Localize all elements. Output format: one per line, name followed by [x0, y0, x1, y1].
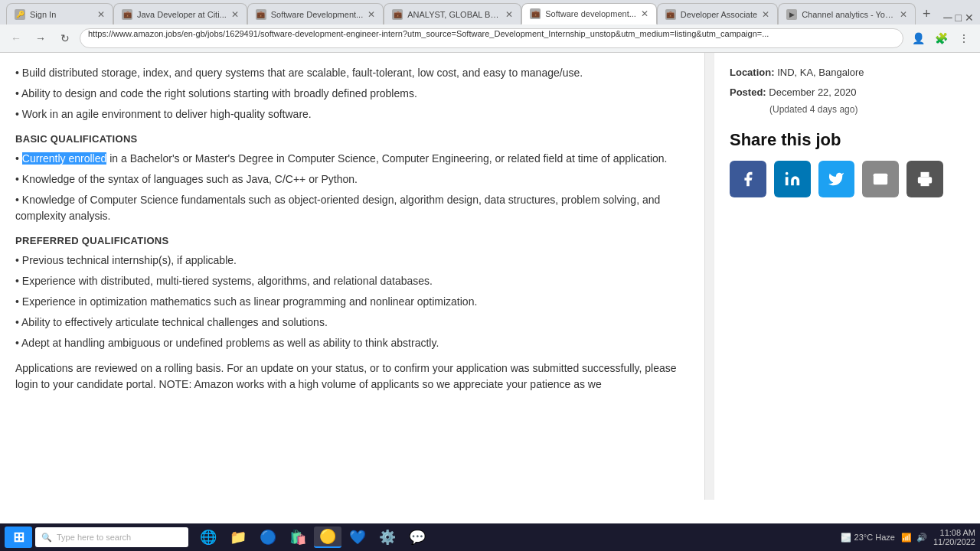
- location-value: IND, KA, Bangalore: [777, 67, 864, 78]
- basic-qualifications-heading: BASIC QUALIFICATIONS: [15, 133, 689, 145]
- list-item: • Experience in optimization mathematics…: [15, 294, 689, 310]
- svg-point-1: [786, 172, 789, 175]
- toolbar-icons: 👤 🧩 ⋮: [908, 28, 974, 48]
- tab-title: Software Development...: [271, 10, 363, 19]
- address-bar[interactable]: https://www.amazon.jobs/en-gb/jobs/16294…: [80, 28, 903, 48]
- tab-favicon: 🔑: [15, 9, 25, 20]
- list-item: • Knowledge of Computer Science fundamen…: [15, 192, 689, 224]
- tab-close-button[interactable]: ✕: [900, 9, 907, 20]
- posted-label: Posted:: [730, 86, 766, 98]
- preferred-qualifications-heading: PREFERRED QUALIFICATIONS: [15, 235, 689, 246]
- browser-tab-software-dev2[interactable]: 💼 Software development... ✕: [521, 3, 657, 24]
- share-print-button[interactable]: [906, 161, 943, 197]
- list-item: • Work in an agile environment to delive…: [15, 106, 689, 122]
- settings-icon[interactable]: ⋮: [954, 28, 974, 48]
- qualification-text-1: in a Bachelor's or Master's Degree in Co…: [106, 152, 667, 165]
- browser-tab-channel-analytics[interactable]: ▶ Channel analytics - You... ✕: [778, 3, 916, 24]
- main-content: • Build distributed storage, index, and …: [0, 53, 704, 500]
- list-item: • Previous technical internship(s), if a…: [15, 253, 689, 269]
- list-item: • Ability to effectively articulate tech…: [15, 315, 689, 331]
- tab-favicon: 💼: [530, 8, 541, 19]
- tab-close-button[interactable]: ✕: [641, 8, 648, 19]
- reload-button[interactable]: ↻: [55, 28, 75, 48]
- tab-title: Java Developer at Citi...: [137, 10, 227, 19]
- minimize-button[interactable]: ─: [943, 11, 952, 24]
- posted-value: December 22, 2020: [769, 86, 856, 98]
- location-info: Location: IND, KA, Bangalore: [730, 65, 943, 80]
- tab-close-button[interactable]: ✕: [505, 9, 513, 20]
- share-twitter-button[interactable]: [818, 161, 855, 197]
- list-item: • Ability to design and code the right s…: [15, 86, 689, 102]
- share-heading: Share this job: [730, 130, 943, 150]
- browser-tab-signin[interactable]: 🔑 Sign In ✕: [6, 3, 113, 24]
- browser-tab-java-dev[interactable]: 💼 Java Developer at Citi... ✕: [113, 3, 247, 24]
- tab-bar: 🔑 Sign In ✕ 💼 Java Developer at Citi... …: [0, 0, 980, 24]
- page-wrapper: • Build distributed storage, index, and …: [0, 53, 980, 500]
- profile-icon[interactable]: 👤: [908, 28, 928, 48]
- extensions-icon[interactable]: 🧩: [931, 28, 951, 48]
- footer-text: Applications are reviewed on a rolling b…: [15, 360, 689, 393]
- back-button[interactable]: ←: [6, 28, 26, 48]
- list-item: • Knowledge of the syntax of languages s…: [15, 171, 689, 187]
- svg-rect-0: [786, 177, 789, 185]
- browser-tab-analyst[interactable]: 💼 ANALYST, GLOBAL BUS... ✕: [384, 3, 521, 24]
- browser-tab-software-dev1[interactable]: 💼 Software Development... ✕: [247, 3, 384, 24]
- tab-favicon: 💼: [122, 9, 132, 20]
- tab-close-button[interactable]: ✕: [368, 9, 375, 20]
- share-icons: [730, 161, 943, 197]
- tab-title: Developer Associate: [681, 10, 757, 19]
- posted-info: Posted: December 22, 2020: [730, 85, 943, 100]
- sidebar: Location: IND, KA, Bangalore Posted: Dec…: [714, 53, 959, 500]
- highlighted-text: Currently enrolled: [22, 152, 107, 165]
- list-item: • Adept at handling ambiguous or undefin…: [15, 335, 689, 351]
- share-email-button[interactable]: [862, 161, 899, 197]
- tab-close-button[interactable]: ✕: [762, 9, 769, 20]
- list-item: • Experience with distributed, multi-tie…: [15, 273, 689, 289]
- forward-button[interactable]: →: [31, 28, 51, 48]
- tab-title: Channel analytics - You...: [802, 10, 895, 19]
- browser-chrome: 🔑 Sign In ✕ 💼 Java Developer at Citi... …: [0, 0, 980, 53]
- maximize-button[interactable]: □: [956, 11, 962, 24]
- tab-title: ANALYST, GLOBAL BUS...: [407, 10, 501, 19]
- tab-favicon: ▶: [786, 9, 797, 20]
- share-facebook-button[interactable]: [730, 161, 766, 197]
- tab-favicon: 💼: [256, 9, 266, 20]
- tab-favicon: 💼: [392, 9, 403, 20]
- close-window-button[interactable]: ✕: [965, 11, 974, 24]
- svg-rect-2: [921, 181, 929, 186]
- browser-toolbar: ← → ↻ https://www.amazon.jobs/en-gb/jobs…: [0, 24, 980, 52]
- page-scrollbar[interactable]: [704, 53, 714, 500]
- new-tab-button[interactable]: +: [916, 3, 937, 24]
- location-label: Location:: [730, 67, 775, 78]
- tab-favicon: 💼: [665, 9, 676, 20]
- updated-info: (Updated 4 days ago): [769, 104, 943, 115]
- list-item: • Currently enrolled in a Bachelor's or …: [15, 151, 689, 167]
- tab-title: Software development...: [545, 9, 636, 18]
- share-linkedin-button[interactable]: [774, 161, 811, 197]
- tab-title: Sign In: [30, 10, 93, 19]
- tab-close-button[interactable]: ✕: [231, 9, 239, 20]
- tab-close-button[interactable]: ✕: [97, 9, 105, 20]
- list-item: • Build distributed storage, index, and …: [15, 65, 689, 81]
- browser-tab-dev-associate[interactable]: 💼 Developer Associate ✕: [657, 3, 778, 24]
